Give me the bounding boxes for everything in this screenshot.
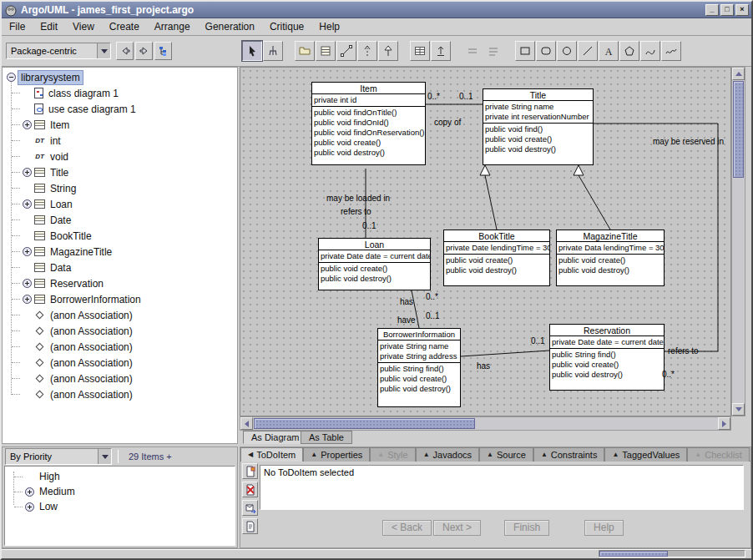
edge-label[interactable]: 0..1	[459, 92, 473, 101]
edge-label[interactable]: copy of	[434, 118, 461, 127]
scroll-down-button[interactable]	[732, 403, 745, 416]
expander-closed-icon[interactable]	[23, 279, 32, 288]
vertical-scrollbar[interactable]	[731, 67, 745, 416]
tab-as-diagram[interactable]: As Diagram	[243, 431, 307, 444]
tree-item-title[interactable]: Title	[3, 164, 237, 180]
tree-item-booktitle[interactable]: BookTitle	[3, 228, 237, 244]
title-bar[interactable]: Argo/UML - james_first_project.argo _ □ …	[2, 2, 751, 18]
tree-item-string[interactable]: String	[3, 180, 237, 196]
tool-add-operation-button[interactable]	[483, 41, 503, 61]
uml-class-item[interactable]: Item private int id public void findOnTi…	[311, 82, 426, 165]
expander-open-icon[interactable]	[7, 73, 16, 82]
diagram-canvas[interactable]: Item private int id public void findOnTi…	[240, 67, 731, 416]
expander-closed-icon[interactable]	[23, 168, 32, 177]
tree-item-usecase-diagram[interactable]: use case diagram 1	[3, 101, 237, 117]
expander-closed-icon[interactable]	[25, 487, 34, 497]
vertical-scroll-thumb[interactable]	[733, 81, 744, 178]
uml-class-title[interactable]: Title private String nameprivate int res…	[483, 88, 594, 165]
tree-item-data[interactable]: Data	[3, 260, 237, 275]
tool-dependency-button[interactable]	[357, 41, 377, 61]
tool-rounded-rectangle-button[interactable]	[536, 41, 556, 61]
edge-label[interactable]: 0..1	[426, 311, 440, 320]
perspective-combo[interactable]: Package-centric	[6, 43, 111, 59]
uml-class-loan[interactable]: Loan private Date date = current date pu…	[318, 238, 431, 290]
edge-label[interactable]: has	[477, 361, 490, 371]
tool-association-button[interactable]	[336, 41, 356, 61]
expander-closed-icon[interactable]	[23, 295, 32, 304]
tree-item-librarysystem[interactable]: librarysystem	[3, 69, 237, 85]
menu-generation[interactable]: Generation	[198, 19, 262, 34]
tab-as-table[interactable]: As Table	[301, 431, 352, 444]
uml-class-magazinetitle[interactable]: MagazineTitle private Data lendingTime =…	[556, 230, 665, 286]
expander-closed-icon[interactable]	[23, 247, 32, 256]
tool-polygon-button[interactable]	[619, 41, 639, 61]
more-info-button[interactable]	[242, 518, 258, 534]
help-button[interactable]: Help	[584, 520, 624, 536]
tab-todoitem[interactable]: ◀ToDoItem	[240, 447, 303, 462]
tree-item-anon-association[interactable]: (anon Association)	[3, 339, 237, 355]
tool-spline-button[interactable]	[640, 41, 660, 61]
combo-arrow-icon[interactable]	[98, 449, 111, 464]
horizontal-scrollbar[interactable]	[240, 416, 731, 431]
edge-label[interactable]: may be reserved in	[653, 137, 724, 146]
menu-arrange[interactable]: Arrange	[147, 19, 198, 34]
perspective-config-button[interactable]	[154, 42, 172, 60]
menu-view[interactable]: View	[65, 19, 102, 34]
combo-arrow-icon[interactable]	[97, 43, 110, 58]
finish-button[interactable]: Finish	[504, 520, 549, 536]
edge-label[interactable]: 0..*	[427, 92, 440, 101]
edge-label[interactable]: 0..*	[426, 292, 438, 301]
new-todo-button[interactable]	[242, 463, 258, 479]
tool-attribute-button[interactable]	[410, 41, 430, 61]
tree-item-int[interactable]: DTint	[3, 133, 237, 149]
tree-item-void[interactable]: DTvoid	[3, 149, 237, 164]
tree-item-magazinetitle[interactable]: MagazineTitle	[3, 244, 237, 260]
tree-item-item[interactable]: Item	[3, 117, 237, 133]
tab-checklist[interactable]: ▲Checklist	[687, 447, 750, 462]
scroll-left-button[interactable]	[240, 417, 253, 430]
tool-operation-button[interactable]	[431, 41, 451, 61]
next-button[interactable]: Next >	[433, 520, 481, 536]
close-button[interactable]: ×	[735, 4, 749, 16]
resolve-item-button[interactable]	[242, 482, 258, 497]
nav-forward-button[interactable]	[135, 42, 153, 60]
todo-message-area[interactable]: No ToDoItem selected	[260, 465, 744, 510]
uml-class-reservation[interactable]: Reservation private Date date = current …	[549, 324, 665, 391]
tab-taggedvalues[interactable]: ▲TaggedValues	[604, 447, 687, 462]
minimize-button[interactable]: _	[705, 4, 719, 16]
back-button[interactable]: < Back	[382, 520, 432, 536]
todo-item-high[interactable]: High	[5, 469, 235, 484]
horizontal-scroll-thumb[interactable]	[254, 418, 475, 429]
tool-text-button[interactable]: A	[599, 41, 619, 61]
tree-item-anon-association[interactable]: (anon Association)	[3, 323, 237, 339]
menu-help[interactable]: Help	[311, 19, 347, 34]
tree-item-anon-association[interactable]: (anon Association)	[3, 371, 237, 386]
edge-label[interactable]: 0..*	[662, 370, 675, 379]
tree-item-borrowerinformation[interactable]: BorrowerInformation	[3, 291, 237, 307]
tree-item-anon-association[interactable]: (anon Association)	[3, 307, 237, 323]
expander-closed-icon[interactable]	[23, 120, 32, 129]
edge-label[interactable]: refers to	[341, 207, 371, 216]
todo-item-low[interactable]: Low	[5, 499, 235, 514]
edge-label[interactable]: have	[397, 315, 416, 325]
tab-source[interactable]: ▲Source	[479, 447, 533, 462]
menu-file[interactable]: File	[2, 19, 33, 34]
tool-class-button[interactable]	[316, 41, 336, 61]
tool-select-button[interactable]	[242, 41, 262, 61]
todo-filter-combo[interactable]: By Priority	[5, 448, 112, 465]
tool-circle-button[interactable]	[557, 41, 577, 61]
edge-label[interactable]: 0..1	[531, 336, 545, 346]
tree-item-anon-association[interactable]: (anon Association)	[3, 386, 237, 402]
tab-properties[interactable]: ▲Properties	[303, 447, 370, 462]
edge-label[interactable]: may be loaded in	[326, 194, 390, 203]
tree-item-reservation[interactable]: Reservation	[3, 275, 237, 291]
tool-line-button[interactable]	[578, 41, 598, 61]
scroll-up-button[interactable]	[732, 68, 745, 80]
expander-closed-icon[interactable]	[23, 199, 32, 209]
tab-constraints[interactable]: ▲Constraints	[533, 447, 605, 462]
menu-create[interactable]: Create	[102, 19, 147, 34]
menu-edit[interactable]: Edit	[33, 19, 65, 34]
tab-style[interactable]: ▲Style	[370, 447, 415, 462]
tool-generalization-button[interactable]	[378, 41, 398, 61]
edge-label[interactable]: has	[400, 297, 413, 306]
